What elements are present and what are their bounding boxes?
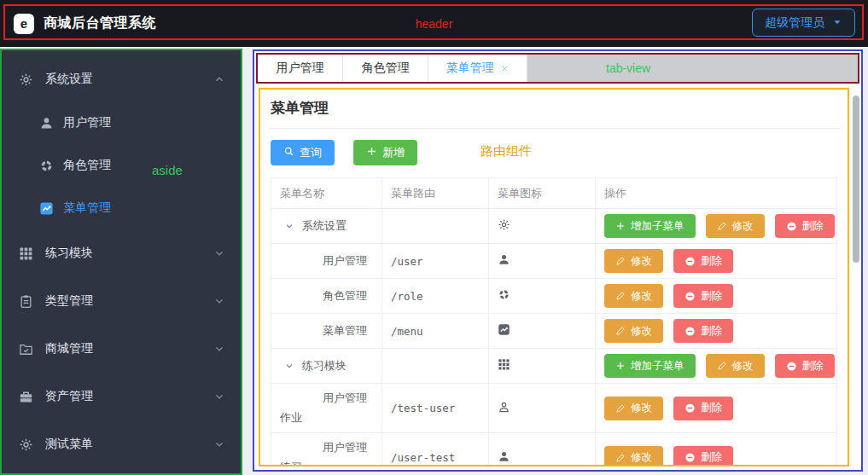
sidebar-item-3[interactable]: 商城管理 (2, 325, 241, 373)
edit-row-button[interactable]: 修改 (706, 354, 765, 378)
edit-row-button[interactable]: 修改 (604, 284, 663, 308)
app-header: e 商城后台管理系统 header 超级管理员 (0, 0, 868, 47)
action-button-label: 修改 (631, 289, 652, 304)
sidebar-item-1[interactable]: 练习模块 (2, 229, 241, 277)
delete-row-button[interactable]: 删除 (673, 397, 733, 420)
action-button-label: 增加子菜单 (631, 219, 684, 234)
button-label: 新增 (382, 145, 405, 160)
close-icon[interactable] (500, 64, 510, 73)
action-button-label: 增加子菜单 (631, 359, 684, 374)
delete-row-button[interactable]: 删除 (673, 249, 733, 273)
chevron-down-icon[interactable] (284, 221, 294, 231)
tab-label: 菜单管理 (446, 61, 494, 76)
cell-actions: 修改删除 (596, 279, 837, 314)
tab-bar-filler: tab-view (527, 55, 858, 82)
remove-icon (684, 452, 696, 463)
edit-row-button[interactable]: 修改 (706, 214, 765, 238)
cell-menu-name: 用户管理 (271, 244, 382, 279)
table-row-1: 用户管理/user修改删除 (271, 244, 837, 279)
table-row-0: 系统设置增加子菜单修改删除 (271, 209, 837, 244)
tab-2[interactable]: 菜单管理 (428, 55, 527, 82)
tab-0[interactable]: 用户管理 (258, 55, 343, 82)
add-row-button[interactable]: 增加子菜单 (604, 354, 696, 378)
tab-1[interactable]: 角色管理 (343, 55, 428, 82)
cell-menu-icon (489, 279, 596, 314)
folder-check-icon (19, 342, 34, 356)
edit-row-button[interactable]: 修改 (604, 249, 663, 273)
sidebar-sub-item-0-1[interactable]: 角色管理 (2, 144, 241, 187)
plus-icon (615, 361, 626, 371)
row-actions: 增加子菜单修改删除 (604, 354, 828, 378)
tab-label: 角色管理 (362, 61, 410, 76)
delete-row-button[interactable]: 删除 (775, 354, 835, 378)
sidebar-item-2[interactable]: 类型管理 (2, 277, 241, 325)
menu-table: 菜单名称 菜单路由 菜单图标 操作 系统设置增加子菜单修改删除用户管理/user… (271, 177, 837, 466)
button-label: 查询 (300, 145, 322, 160)
user-menu-button[interactable]: 超级管理员 (752, 9, 855, 37)
edit-icon (615, 326, 626, 336)
annotation-tab-view-label: tab-view (606, 61, 650, 75)
delete-row-button[interactable]: 删除 (775, 214, 835, 238)
row-actions: 修改删除 (604, 284, 828, 308)
chevron-down-icon (213, 438, 225, 450)
add-row-button[interactable]: 增加子菜单 (604, 214, 696, 238)
tree-node: 系统设置 (280, 218, 373, 234)
remove-icon (786, 221, 797, 232)
cell-menu-name: 练习模块 (271, 349, 382, 384)
app-title: 商城后台管理系统 (44, 14, 156, 32)
menu-route-text: /test-user (391, 402, 455, 414)
cell-menu-route: /test-user (382, 384, 489, 433)
grid-icon (19, 246, 34, 261)
menu-name-text: 用户管理练习 (280, 438, 373, 466)
plus-icon (615, 221, 626, 231)
cell-menu-route (382, 209, 489, 244)
action-button-label: 修改 (631, 450, 652, 465)
col-menu-icon: 菜单图标 (489, 178, 596, 209)
table-header-row: 菜单名称 菜单路由 菜单图标 操作 (271, 178, 837, 209)
remove-icon (786, 361, 797, 372)
sidebar-sub-item-0-0[interactable]: 用户管理 (2, 101, 241, 144)
delete-row-button[interactable]: 删除 (673, 446, 733, 467)
table-row-3: 菜单管理/menu修改删除 (271, 314, 837, 349)
cell-menu-route: /user-test (382, 433, 489, 467)
edit-row-button[interactable]: 修改 (604, 319, 663, 343)
sidebar-item-0[interactable]: 系统设置 (2, 57, 241, 101)
scrollbar-thumb[interactable] (853, 96, 859, 263)
delete-row-button[interactable]: 删除 (673, 284, 733, 308)
cell-menu-icon (489, 384, 596, 433)
chevron-down-icon (213, 295, 225, 307)
menu-name-text: 练习模块 (302, 358, 347, 374)
annotation-router-label: 路由组件 (481, 143, 532, 159)
sidebar-item-5[interactable]: 测试菜单 (2, 420, 241, 468)
edit-row-button[interactable]: 修改 (604, 397, 663, 420)
chevron-down-icon (213, 247, 225, 259)
col-menu-name: 菜单名称 (271, 178, 382, 209)
add-button[interactable]: 新增 (353, 140, 417, 165)
clipboard-icon (19, 294, 34, 309)
search-icon (283, 146, 294, 159)
search-button[interactable]: 查询 (271, 140, 335, 165)
row-actions: 修改删除 (604, 249, 828, 273)
cell-actions: 修改删除 (596, 384, 837, 433)
action-button-label: 删除 (701, 401, 722, 415)
tab-label: 用户管理 (277, 61, 324, 76)
sidebar-sub-item-label: 菜单管理 (63, 200, 111, 216)
chevron-down-icon[interactable] (284, 361, 294, 371)
row-actions: 修改删除 (604, 446, 828, 467)
menu-name-text: 菜单管理 (280, 321, 373, 340)
edit-row-button[interactable]: 修改 (604, 446, 663, 467)
action-button-label: 删除 (701, 324, 722, 339)
cell-menu-icon (489, 314, 596, 349)
cell-menu-route: /user (382, 244, 489, 279)
chevron-down-icon (213, 391, 225, 403)
sidebar-item-label: 商城管理 (45, 341, 93, 356)
gear-icon (498, 218, 510, 231)
sidebar-sub-item-0-2[interactable]: 菜单管理 (2, 187, 241, 229)
user-solid-icon (498, 253, 510, 266)
sidebar-item-4[interactable]: 资产管理 (2, 373, 241, 420)
row-actions: 增加子菜单修改删除 (604, 214, 828, 238)
delete-row-button[interactable]: 删除 (673, 319, 733, 343)
app-logo: e (14, 14, 34, 34)
table-row-4: 练习模块增加子菜单修改删除 (271, 349, 837, 384)
cell-menu-route: /menu (382, 314, 489, 349)
